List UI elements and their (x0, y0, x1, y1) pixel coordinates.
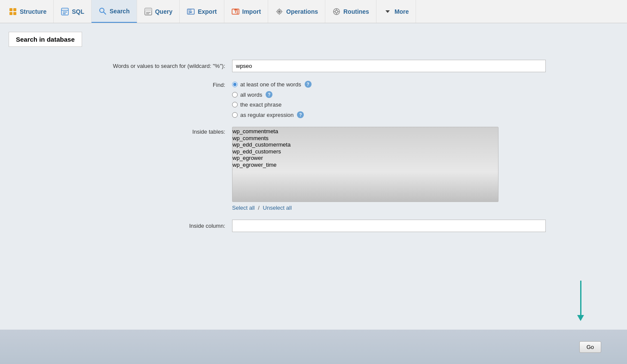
footer-bar: Go (0, 330, 627, 364)
find-option-regex[interactable]: as regular expression ? (232, 111, 312, 118)
svg-rect-2 (9, 12, 12, 15)
tables-listbox[interactable]: wp_commentmeta wp_comments wp_edd_custom… (232, 127, 499, 202)
svg-point-20 (278, 10, 281, 13)
nav-item-more[interactable]: More (376, 0, 416, 23)
svg-rect-3 (13, 12, 16, 15)
inside-column-label: Inside column: (17, 223, 232, 229)
info-icon-all-words[interactable]: ? (266, 91, 272, 98)
nav-item-operations[interactable]: Operations (268, 0, 325, 23)
inside-tables-row: Inside tables: wp_commentmeta wp_comment… (17, 127, 618, 211)
query-icon (144, 7, 153, 16)
nav-label-more: More (395, 8, 409, 15)
tables-container: wp_commentmeta wp_comments wp_edd_custom… (232, 127, 499, 211)
search-input[interactable] (232, 60, 546, 72)
svg-marker-28 (385, 10, 390, 13)
search-icon (98, 7, 107, 15)
listbox-item[interactable]: wp_edd_customers (232, 148, 498, 155)
sql-icon (61, 7, 69, 16)
listbox-item[interactable]: wp_comments (232, 135, 498, 142)
search-form: Words or values to search for (wildcard:… (9, 60, 618, 232)
find-label: Find: (17, 81, 232, 88)
unselect-all-link[interactable]: Unselect all (263, 205, 292, 211)
more-dropdown-icon (383, 7, 392, 16)
find-option-all-words[interactable]: all words ? (232, 91, 312, 98)
svg-point-23 (335, 10, 338, 13)
operations-icon (275, 7, 284, 16)
arrow-indicator (577, 281, 584, 321)
nav-label-query: Query (155, 8, 172, 15)
top-nav: Structure SQL Search Query Export Import (0, 0, 627, 23)
link-separator: / (257, 205, 261, 211)
nav-item-sql[interactable]: SQL (54, 0, 92, 23)
nav-label-import: Import (242, 8, 261, 15)
nav-label-structure: Structure (20, 8, 46, 15)
nav-item-routines[interactable]: Routines (325, 0, 376, 23)
listbox-item[interactable]: wp_egrower (232, 155, 498, 162)
find-options-group: at least one of the words ? all words ? … (232, 81, 312, 118)
select-links: Select all / Unselect all (232, 205, 499, 211)
inside-column-input[interactable] (232, 220, 546, 232)
nav-item-export[interactable]: Export (180, 0, 224, 23)
nav-label-sql: SQL (72, 8, 84, 15)
find-row: Find: at least one of the words ? all wo… (17, 81, 618, 118)
nav-label-export: Export (198, 8, 217, 15)
arrow-head (577, 315, 584, 321)
radio-regex[interactable] (232, 112, 238, 118)
nav-item-search[interactable]: Search (92, 0, 137, 23)
info-icon-at-least[interactable]: ? (305, 81, 312, 88)
listbox-item[interactable]: wp_edd_customermeta (232, 141, 498, 148)
nav-item-import[interactable]: Import (224, 0, 269, 23)
import-icon (231, 7, 240, 16)
select-all-link[interactable]: Select all (232, 205, 255, 211)
svg-rect-6 (63, 12, 67, 12)
arrow-line (580, 281, 581, 315)
radio-exact-phrase[interactable] (232, 102, 238, 107)
inside-column-row: Inside column: (17, 220, 618, 232)
radio-all-words[interactable] (232, 92, 238, 98)
svg-rect-1 (13, 8, 16, 11)
go-button[interactable]: Go (579, 341, 601, 353)
search-value-row: Words or values to search for (wildcard:… (17, 60, 618, 72)
svg-rect-11 (145, 8, 152, 11)
listbox-item[interactable]: wp_commentmeta (232, 128, 498, 135)
nav-label-search: Search (110, 8, 130, 15)
nav-label-routines: Routines (343, 8, 369, 15)
nav-label-operations: Operations (286, 8, 318, 15)
svg-rect-0 (9, 8, 12, 11)
nav-item-structure[interactable]: Structure (2, 0, 54, 23)
structure-icon (9, 7, 17, 16)
inside-tables-label: Inside tables: (17, 127, 232, 135)
main-content: Search in database Words or values to se… (0, 23, 627, 364)
search-label: Words or values to search for (wildcard:… (17, 63, 232, 69)
svg-line-9 (104, 12, 106, 14)
radio-at-least-one[interactable] (232, 82, 238, 87)
section-heading: Search in database (9, 32, 82, 47)
routines-icon (332, 7, 341, 16)
find-option-exact-phrase[interactable]: the exact phrase (232, 101, 312, 108)
nav-item-query[interactable]: Query (137, 0, 180, 23)
svg-rect-7 (63, 13, 66, 14)
find-option-at-least-one[interactable]: at least one of the words ? (232, 81, 312, 88)
listbox-item[interactable]: wp_egrower_time (232, 162, 498, 168)
export-icon (187, 7, 195, 16)
info-icon-regex[interactable]: ? (297, 111, 304, 118)
